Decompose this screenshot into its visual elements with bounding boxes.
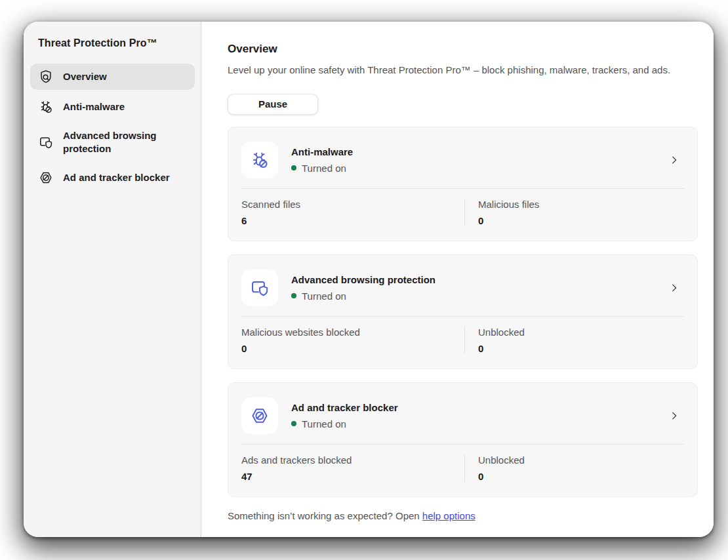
card-title: Advanced browsing protection — [291, 274, 435, 285]
card-title: Anti-malware — [291, 146, 353, 157]
chevron-right-icon[interactable] — [668, 154, 680, 166]
card-divider — [241, 444, 684, 445]
stat: Malicious websites blocked 0 — [241, 327, 464, 354]
sidebar-item-overview[interactable]: Overview — [30, 64, 195, 90]
status-dot — [291, 165, 296, 170]
sidebar-item-label: Ad and tracker blocker — [63, 171, 170, 184]
footer-help-note: Something isn’t working as expected? Ope… — [228, 510, 698, 521]
card-divider — [241, 188, 684, 189]
stat-divider — [464, 327, 465, 354]
card-header-advanced-browsing-protection[interactable]: Advanced browsing protection Turned on — [241, 270, 684, 306]
threat-protection-window: Threat Protection Pro™ Overview Anti-mal… — [24, 22, 714, 537]
card-advanced-browsing-protection: Advanced browsing protection Turned on M… — [228, 254, 698, 369]
status-text: Turned on — [302, 163, 346, 174]
sidebar-item-label: Anti-malware — [63, 100, 125, 113]
chevron-right-icon[interactable] — [668, 282, 680, 294]
sidebar-item-advanced-browsing-protection[interactable]: Advanced browsing protection — [30, 124, 195, 161]
stat-value: 47 — [241, 471, 464, 482]
hexagon-slash-icon — [249, 405, 270, 426]
status-row: Turned on — [291, 290, 435, 302]
stat-label: Unblocked — [478, 327, 525, 338]
main-content: Overview Level up your online safety wit… — [201, 22, 714, 537]
page-description: Level up your online safety with Threat … — [228, 63, 687, 78]
card-title-block: Anti-malware Turned on — [291, 146, 353, 174]
pause-button[interactable]: Pause — [228, 94, 318, 115]
stat-value: 0 — [478, 215, 539, 226]
sidebar-item-ad-and-tracker-blocker[interactable]: Ad and tracker blocker — [30, 165, 195, 191]
card-title-block: Advanced browsing protection Turned on — [291, 274, 435, 302]
status-dot — [291, 421, 296, 426]
stat-divider — [464, 199, 465, 226]
stat-label: Malicious files — [478, 199, 539, 210]
sidebar-item-label: Overview — [63, 70, 107, 83]
footer-help-text: Something isn’t working as expected? Ope… — [228, 510, 420, 521]
card-anti-malware: Anti-malware Turned on Scanned files — [228, 127, 698, 241]
stat: Scanned files 6 — [241, 199, 464, 226]
stat: Malicious files 0 — [478, 199, 539, 226]
stat: Unblocked 0 — [478, 327, 525, 354]
bug-blocked-icon — [38, 99, 54, 115]
status-row: Turned on — [291, 418, 398, 430]
sidebar-title: Threat Protection Pro™ — [38, 37, 195, 49]
stat-value: 0 — [478, 343, 525, 354]
card-header-anti-malware[interactable]: Anti-malware Turned on — [241, 142, 684, 178]
sidebar-item-label: Advanced browsing protection — [63, 129, 187, 155]
help-options-link[interactable]: help options — [422, 510, 475, 521]
card-stats: Scanned files 6 Malicious files 0 — [241, 199, 684, 226]
status-text: Turned on — [302, 418, 346, 430]
feature-cards: Anti-malware Turned on Scanned files — [228, 127, 698, 497]
bug-blocked-icon — [249, 150, 270, 170]
stat-label: Scanned files — [241, 199, 464, 210]
stat-divider — [464, 454, 465, 482]
stat-label: Unblocked — [478, 454, 525, 466]
browser-shield-icon — [38, 134, 54, 150]
stat-value: 0 — [478, 471, 525, 482]
hexagon-slash-icon — [38, 170, 54, 186]
card-stats: Malicious websites blocked 0 Unblocked 0 — [241, 327, 684, 354]
card-icon-box — [241, 397, 278, 434]
stat-label: Ads and trackers blocked — [241, 454, 464, 466]
card-header-ad-and-tracker-blocker[interactable]: Ad and tracker blocker Turned on — [241, 397, 684, 434]
status-row: Turned on — [291, 163, 353, 174]
status-text: Turned on — [302, 290, 346, 302]
stat-value: 0 — [241, 343, 464, 354]
sidebar-item-anti-malware[interactable]: Anti-malware — [30, 94, 195, 120]
stat: Ads and trackers blocked 47 — [241, 454, 464, 482]
card-ad-and-tracker-blocker: Ad and tracker blocker Turned on Ads and… — [228, 382, 698, 497]
card-title-block: Ad and tracker blocker Turned on — [291, 402, 398, 430]
status-dot — [291, 293, 296, 298]
card-divider — [241, 316, 684, 317]
card-title: Ad and tracker blocker — [291, 402, 398, 413]
shield-search-icon — [38, 69, 54, 85]
card-stats: Ads and trackers blocked 47 Unblocked 0 — [241, 454, 684, 482]
stat-label: Malicious websites blocked — [241, 327, 464, 338]
stat-value: 6 — [241, 215, 464, 226]
page-title: Overview — [228, 43, 698, 56]
stat: Unblocked 0 — [478, 454, 525, 482]
sidebar: Threat Protection Pro™ Overview Anti-mal… — [24, 22, 201, 537]
card-icon-box — [241, 142, 278, 178]
browser-shield-icon — [249, 277, 270, 298]
chevron-right-icon[interactable] — [668, 410, 680, 422]
card-icon-box — [241, 270, 278, 306]
